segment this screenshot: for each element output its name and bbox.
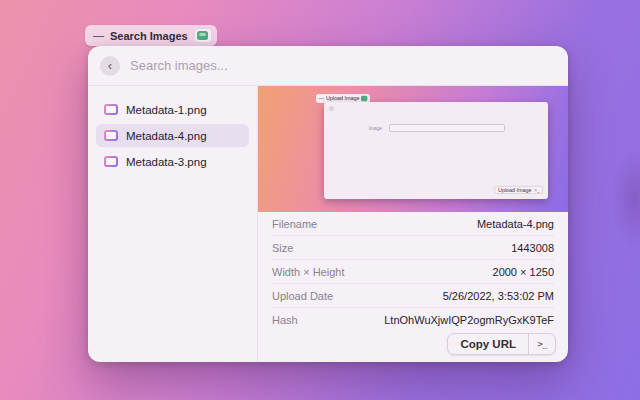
copy-url-button[interactable]: Copy URL [448, 334, 528, 354]
meta-label: Size [272, 242, 293, 254]
mini-dash-icon: — [319, 96, 324, 101]
meta-value: 5/26/2022, 3:53:02 PM [443, 290, 554, 302]
table-row-dimensions: Width × Height 2000 × 1250 [272, 260, 554, 284]
meta-value: 1443008 [511, 242, 554, 254]
actions-terminal-button[interactable]: >_ [529, 334, 555, 354]
meta-value: Metadata-4.png [477, 218, 554, 230]
action-button-group: Copy URL >_ [447, 333, 556, 355]
dash-icon: — [93, 30, 104, 41]
preview-mini-window: Image Upload Image >_ [324, 102, 548, 199]
mini-back-button [329, 106, 334, 111]
meta-label: Upload Date [272, 290, 333, 302]
table-row-size: Size 1443008 [272, 236, 554, 260]
mini-input-field [389, 124, 505, 132]
detail-panel: — Upload Image Image Upload Image >_ [258, 86, 568, 362]
meta-value: 2000 × 1250 [493, 266, 554, 278]
file-name: Metadata-1.png [126, 104, 207, 116]
mini-pill-label: Upload Image [326, 96, 360, 101]
file-name: Metadata-4.png [126, 130, 207, 142]
table-row-hash: Hash LtnOhWuXjwIQP2ogmRyGxK9TeF [272, 308, 554, 332]
terminal-prompt-icon: >_ [538, 339, 547, 349]
image-thumbnail-icon [104, 156, 118, 167]
mini-upload-button: Upload Image >_ [494, 186, 543, 194]
meta-label: Filename [272, 218, 317, 230]
search-input[interactable]: Search images... [130, 58, 228, 73]
image-thumbnail-icon [104, 130, 118, 141]
meta-label: Hash [272, 314, 298, 326]
back-button[interactable]: ‹ [100, 56, 120, 76]
mini-form-label: Image [369, 126, 382, 131]
search-bar: ‹ Search images... [88, 46, 568, 86]
launcher-pill-search-images[interactable]: — Search Images [85, 25, 217, 46]
table-row-upload-date: Upload Date 5/26/2022, 3:53:02 PM [272, 284, 554, 308]
file-list: Metadata-1.png Metadata-4.png Metadata-3… [88, 86, 258, 362]
meta-label: Width × Height [272, 266, 344, 278]
wallpaper-silhouette [558, 130, 640, 360]
mini-form-row: Image [324, 124, 548, 132]
mini-upload-label: Upload Image [498, 187, 532, 192]
search-images-window: ‹ Search images... Metadata-1.png Metada… [88, 46, 568, 362]
meta-value: LtnOhWuXjwIQP2ogmRyGxK9TeF [384, 314, 554, 326]
green-image-app-icon [197, 31, 208, 40]
launcher-label: Search Images [110, 30, 188, 42]
image-preview: — Upload Image Image Upload Image >_ [258, 86, 568, 212]
image-thumbnail-icon [104, 104, 118, 115]
mini-green-icon [361, 96, 367, 101]
list-item-metadata-4[interactable]: Metadata-4.png [96, 124, 249, 147]
chevron-left-icon: ‹ [108, 59, 112, 72]
action-bar: Copy URL >_ [258, 332, 568, 362]
file-name: Metadata-3.png [126, 156, 207, 168]
metadata-table: Filename Metadata-4.png Size 1443008 Wid… [258, 212, 568, 332]
mini-terminal-icon: >_ [534, 187, 539, 192]
table-row-filename: Filename Metadata-4.png [272, 212, 554, 236]
list-item-metadata-1[interactable]: Metadata-1.png [96, 98, 249, 121]
extension-keycap [194, 28, 212, 43]
list-item-metadata-3[interactable]: Metadata-3.png [96, 150, 249, 173]
window-content: Metadata-1.png Metadata-4.png Metadata-3… [88, 86, 568, 362]
